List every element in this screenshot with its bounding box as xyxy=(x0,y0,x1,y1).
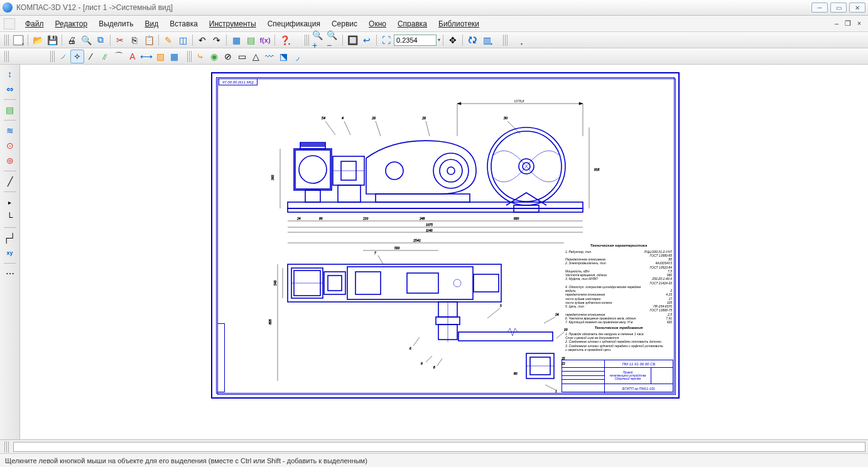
hatch-tool[interactable]: ▨ xyxy=(153,50,167,63)
mark-tool[interactable]: ◉ xyxy=(207,50,221,63)
table-tool[interactable]: ▦ xyxy=(167,50,181,63)
overflow-button[interactable]: ▾ xyxy=(510,33,524,47)
menu-help[interactable]: Справка xyxy=(393,18,432,30)
vtool-snap2[interactable]: ⊚ xyxy=(3,154,18,168)
title-block-code: ПМ 11.91 00.00 СБ xyxy=(605,360,673,367)
vtool-line[interactable]: ╱ xyxy=(3,174,18,188)
menu-select[interactable]: Выделить xyxy=(94,18,138,30)
mdi-minimize[interactable]: – xyxy=(832,19,842,28)
cut-button[interactable]: ✂ xyxy=(113,33,127,47)
toolbar-grip2-icon[interactable] xyxy=(305,35,309,46)
segment-tool[interactable]: ∕ xyxy=(84,50,98,63)
print-preview-button[interactable]: 🔍 xyxy=(79,33,93,47)
tech-characteristics: Техническая характеристика 1. Редуктор, … xyxy=(565,242,672,352)
svg-text:8: 8 xyxy=(433,365,435,369)
menu-logo-icon[interactable] xyxy=(4,18,15,30)
brush-button[interactable]: ✎ xyxy=(161,33,175,47)
spline-tool[interactable]: 〰 xyxy=(263,50,276,63)
redo-button[interactable]: ↷ xyxy=(210,33,224,47)
dimension-tool[interactable]: ⟷ xyxy=(139,50,153,63)
menu-tools[interactable]: Инструменты xyxy=(204,18,261,30)
drawing-canvas[interactable]: 97.00.00 (611 МЦ) 1078,8 54 4 26 xyxy=(23,68,863,436)
property-input[interactable] xyxy=(13,442,865,452)
title-block-name: Приводпечатающего устройстваСборочный че… xyxy=(605,368,651,384)
svg-text:1: 1 xyxy=(555,389,557,393)
menu-spec[interactable]: Спецификация xyxy=(263,18,325,30)
angle-tool[interactable]: △ xyxy=(249,50,263,63)
svg-text:560: 560 xyxy=(394,246,400,250)
chamfer-tool[interactable]: ⬔ xyxy=(276,50,290,63)
manager-button[interactable]: ▤ xyxy=(244,33,258,47)
zoom-input[interactable] xyxy=(394,35,437,46)
vtool-dimensions[interactable]: ⇔ xyxy=(3,82,18,96)
menu-libraries[interactable]: Библиотеки xyxy=(433,18,484,30)
copy-button[interactable]: ⎘ xyxy=(127,33,141,47)
circle-tool[interactable]: ⊘ xyxy=(221,50,235,63)
mdi-close[interactable]: × xyxy=(854,19,864,28)
toolbar-geometry: ⟋ ✧ ∕ ⫽ ⌒ A ⟷ ▨ ▦ ⤷ ◉ ⊘ ▭ △ 〰 ⬔ ◞ xyxy=(0,48,868,65)
print-button[interactable]: 🖨 xyxy=(65,33,79,47)
paste-button[interactable]: 📋 xyxy=(142,33,156,47)
selectall-button[interactable]: ◫ xyxy=(176,33,190,47)
vtool-step[interactable]: ┌┘ xyxy=(3,231,18,245)
properties-button[interactable]: ⧉ xyxy=(94,33,107,47)
toolbar2-grip-icon[interactable] xyxy=(4,51,9,62)
menu-view[interactable]: Вид xyxy=(140,18,164,30)
vtool-origin[interactable]: └ xyxy=(3,210,18,224)
toolbar2-grip3-icon[interactable] xyxy=(187,51,192,62)
fillet-tool[interactable]: ◞ xyxy=(290,50,304,63)
zoom-area-button[interactable]: 🔲 xyxy=(345,33,359,47)
views-button[interactable]: ▥▾ xyxy=(480,33,494,47)
vtool-layers[interactable]: ≋ xyxy=(3,124,18,137)
arc-tool[interactable]: ⌒ xyxy=(112,50,126,63)
menu-editor[interactable]: Редактор xyxy=(50,18,93,30)
side-stamp xyxy=(217,323,225,392)
minimize-button[interactable]: ─ xyxy=(811,3,828,13)
window-buttons: ─ ▭ ✕ xyxy=(811,3,865,13)
vtool-xy[interactable]: xy xyxy=(3,246,18,260)
close-button[interactable]: ✕ xyxy=(849,3,865,13)
pan-button[interactable]: ✥ xyxy=(446,33,460,47)
svg-rect-67 xyxy=(474,274,499,292)
tech-heading2: Технические требования xyxy=(565,326,672,331)
svg-text:80: 80 xyxy=(514,372,518,375)
refresh-button[interactable]: 🗘 xyxy=(465,33,479,47)
toolbar-grip-icon[interactable] xyxy=(4,35,9,46)
zoom-in-button[interactable]: 🔍+ xyxy=(312,33,325,47)
open-button[interactable]: 📂 xyxy=(31,33,45,47)
menu-file[interactable]: Файл xyxy=(20,18,49,30)
aux-line-tool[interactable]: ✧ xyxy=(70,50,84,63)
zoom-prev-button[interactable]: ↩ xyxy=(360,33,374,47)
variables-button[interactable]: f(x) xyxy=(258,33,272,47)
vtool-arrow[interactable]: ▸ xyxy=(3,195,18,209)
canvas-area[interactable]: 97.00.00 (611 МЦ) 1078,8 54 4 26 xyxy=(20,65,868,439)
save-button[interactable]: 💾 xyxy=(45,33,59,47)
zoom-out-button[interactable]: 🔍− xyxy=(326,33,340,47)
zoom-dropdown-icon[interactable]: ▾ xyxy=(438,37,440,43)
svg-text:4: 4 xyxy=(342,116,344,120)
undo-button[interactable]: ↶ xyxy=(195,33,209,47)
left-toolbar: ↕ ⇔ ▤ ≋ ⊙ ⊚ ╱ ▸ └ ┌┘ xy ⋯ xyxy=(0,65,20,439)
toolbar2-grip2-icon[interactable] xyxy=(50,51,55,62)
leader-tool[interactable]: ⤷ xyxy=(193,50,207,63)
svg-line-3 xyxy=(325,121,335,135)
toolbar-grip3-icon[interactable] xyxy=(503,35,507,46)
maximize-button[interactable]: ▭ xyxy=(830,3,847,13)
zoom-fit-button[interactable]: ⛶ xyxy=(379,33,393,47)
rect-tool[interactable]: ▭ xyxy=(235,50,249,63)
vtool-more[interactable]: ⋯ xyxy=(3,267,18,281)
mdi-restore[interactable]: ❐ xyxy=(843,19,853,28)
parallel-tool[interactable]: ⫽ xyxy=(98,50,112,63)
text-tool[interactable]: A xyxy=(126,50,139,63)
help-button[interactable]: ❓▾ xyxy=(278,33,291,47)
new-button[interactable]: ▾ xyxy=(11,33,25,47)
vtool-snap1[interactable]: ⊙ xyxy=(3,139,18,153)
spec-button[interactable]: ▦ xyxy=(229,33,243,47)
menu-window[interactable]: Окно xyxy=(364,18,391,30)
vtool-geometry[interactable]: ↕ xyxy=(3,67,18,81)
vtool-edit[interactable]: ▤ xyxy=(3,103,18,117)
menu-service[interactable]: Сервис xyxy=(327,18,362,30)
point-tool[interactable]: ⟋ xyxy=(57,50,70,63)
prop-grip-icon[interactable] xyxy=(4,441,9,453)
menu-insert[interactable]: Вставка xyxy=(165,18,203,30)
